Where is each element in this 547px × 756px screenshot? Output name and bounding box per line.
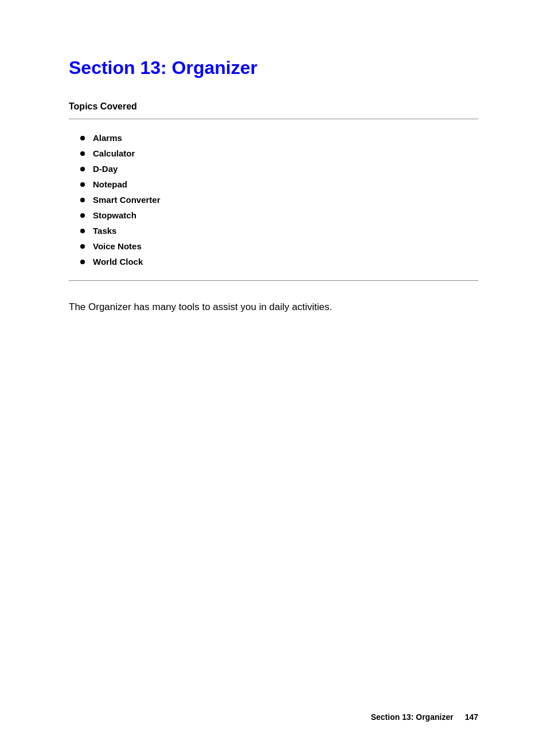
- list-item: Alarms: [80, 133, 478, 143]
- bullet-icon: [80, 167, 85, 171]
- bullet-icon: [80, 229, 85, 233]
- section-title: Section 13: Organizer: [69, 57, 478, 79]
- intro-text: The Organizer has many tools to assist y…: [69, 299, 344, 315]
- list-item: World Clock: [80, 257, 478, 267]
- bottom-divider: [69, 280, 478, 281]
- bullet-icon: [80, 182, 85, 187]
- page-container: Section 13: Organizer Topics Covered Ala…: [0, 0, 547, 756]
- footer-section-label: Section 13: Organizer: [371, 712, 454, 722]
- page-footer: Section 13: Organizer 147: [371, 712, 478, 722]
- list-item: Tasks: [80, 226, 478, 236]
- list-item: Notepad: [80, 179, 478, 189]
- list-item: Calculator: [80, 148, 478, 158]
- footer-page-number: 147: [465, 712, 478, 722]
- list-item-label: Smart Converter: [93, 195, 161, 205]
- bullet-icon: [80, 198, 85, 202]
- list-item-label: D-Day: [93, 164, 118, 174]
- list-item: Stopwatch: [80, 210, 478, 220]
- bullet-icon: [80, 260, 85, 264]
- topics-list: AlarmsCalculatorD-DayNotepadSmart Conver…: [80, 133, 478, 267]
- bullet-icon: [80, 213, 85, 218]
- bullet-icon: [80, 151, 85, 156]
- list-item-label: Notepad: [93, 179, 127, 189]
- list-item-label: Calculator: [93, 148, 135, 158]
- list-item-label: Stopwatch: [93, 210, 136, 220]
- list-item-label: World Clock: [93, 257, 143, 267]
- list-item: D-Day: [80, 164, 478, 174]
- topics-heading: Topics Covered: [69, 101, 478, 112]
- bullet-icon: [80, 244, 85, 249]
- list-item-label: Tasks: [93, 226, 116, 236]
- list-item: Voice Notes: [80, 241, 478, 251]
- top-divider: [69, 119, 478, 119]
- list-item-label: Voice Notes: [93, 241, 142, 251]
- list-item-label: Alarms: [93, 133, 122, 143]
- list-item: Smart Converter: [80, 195, 478, 205]
- bullet-icon: [80, 136, 85, 140]
